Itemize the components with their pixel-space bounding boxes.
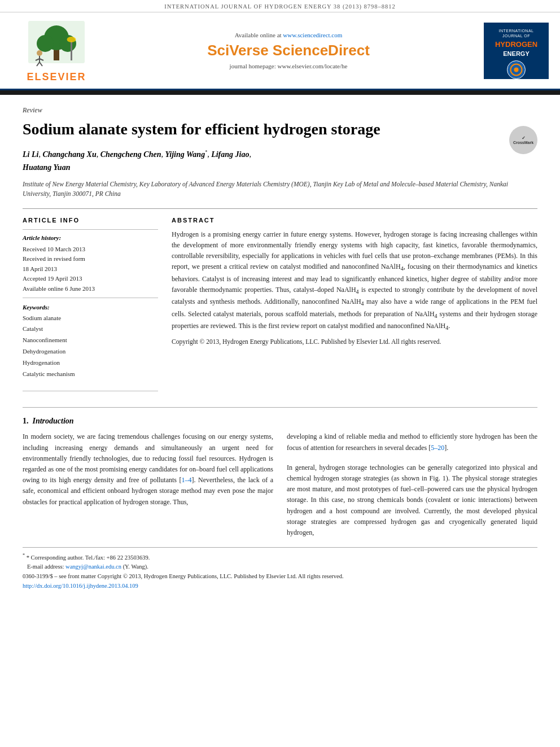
svg-rect-11 [71, 41, 72, 60]
author-lifang-jiao: Lifang Jiao [211, 150, 249, 159]
article-title: Sodium alanate system for efficient hydr… [23, 119, 537, 139]
svg-point-3 [37, 35, 54, 52]
ref-1-4-link[interactable]: 1–4 [182, 476, 192, 484]
body-divider [23, 407, 537, 408]
affiliation: Institute of New Energy Material Chemist… [23, 180, 537, 199]
info-divider [23, 229, 158, 230]
title-section: Sodium alanate system for efficient hydr… [23, 119, 537, 139]
banner-center: Available online at www.sciencedirect.co… [102, 32, 475, 69]
article-history-label: Article history: [23, 234, 158, 241]
author-huatang-yuan: Huatang Yuan [23, 163, 70, 172]
authors-list: Li Li, Changchang Xu, Chengcheng Chen, Y… [23, 148, 537, 174]
accepted-date: Accepted 19 April 2013 [23, 274, 158, 284]
intro-left-text: In modern society, we are facing tremend… [23, 431, 273, 507]
introduction-section: 1. Introduction In modern society, we ar… [23, 417, 537, 538]
email-link[interactable]: wangyj@nankai.edu.cn [65, 563, 121, 570]
svg-point-12 [67, 37, 76, 42]
intro-left-col: In modern society, we are facing tremend… [23, 431, 273, 538]
sciverse-logo: SciVerse ScienceDirect [102, 42, 475, 59]
svg-point-5 [37, 50, 42, 56]
doi-link[interactable]: http://dx.doi.org/10.1016/j.ijhydene.201… [23, 583, 138, 589]
keyword-nanoconfinement: Nanoconfinement [23, 335, 158, 346]
doi-footnote: http://dx.doi.org/10.1016/j.ijhydene.201… [23, 582, 537, 591]
journal-header: INTERNATIONAL JOURNAL OF HYDROGEN ENERGY… [0, 0, 560, 12]
author-yijing-wang: Yijing Wang [165, 150, 205, 159]
keywords-label: Keywords: [23, 304, 158, 311]
keyword-sodium-alanate: Sodium alanate [23, 313, 158, 324]
journal-homepage: journal homepage: www.elsevier.com/locat… [102, 63, 475, 69]
article-info-column: ARTICLE INFO Article history: Received 1… [23, 217, 158, 396]
introduction-title: 1. Introduction [23, 417, 537, 426]
review-label: Review [23, 106, 537, 115]
main-content: Review Sodium alanate system for efficie… [0, 95, 560, 602]
ref-5-20-link[interactable]: 5–20 [431, 444, 444, 452]
footnote-section: * * Corresponding author. Tel./fax: +86 … [23, 547, 537, 591]
article-info-header: ARTICLE INFO [23, 217, 158, 224]
keyword-catalyst: Catalyst [23, 324, 158, 335]
article-info-abstract: ARTICLE INFO Article history: Received 1… [23, 217, 537, 396]
elsevier-text: ELSEVIER [27, 71, 86, 83]
elsevier-tree-icon [23, 18, 90, 69]
email-footnote: E-mail address: wangyj@nankai.edu.cn (Y.… [23, 562, 537, 572]
received-date: Received 10 March 2013 [23, 244, 158, 255]
keyword-hydrogenation: Hydrogenation [23, 357, 158, 369]
hydrogen-energy-badge-container: INTERNATIONALJOURNAL OF HYDROGEN ENERGY [475, 23, 549, 79]
banner: ELSEVIER Available online at www.science… [0, 12, 560, 90]
intro-right-col: developing a kind of reliable media and … [287, 431, 537, 538]
intro-right-text-2: In general, hydrogen storage technologie… [287, 462, 537, 538]
abstract-text: Hydrogen is a promising energy carrier i… [172, 229, 537, 333]
received-revised-date: 18 April 2013 [23, 264, 158, 274]
crossmark-badge: ✓ CrossMark [509, 126, 537, 154]
keywords-divider [23, 298, 158, 298]
corresponding-footnote: * * Corresponding author. Tel./fax: +86 … [23, 552, 537, 562]
author-chengcheng-chen: Chengcheng Chen [100, 150, 161, 159]
sciencedirect-link[interactable]: www.sciencedirect.com [283, 32, 342, 38]
keyword-catalytic-mechanism: Catalytic mechanism [23, 369, 158, 380]
copyright-text: Copyright © 2013, Hydrogen Energy Public… [172, 337, 537, 347]
hydrogen-energy-badge: INTERNATIONALJOURNAL OF HYDROGEN ENERGY [484, 23, 549, 79]
intro-right-text: developing a kind of reliable media and … [287, 431, 537, 453]
svg-point-15 [514, 68, 519, 72]
article-divider [23, 208, 537, 209]
available-online-date: Available online 6 June 2013 [23, 284, 158, 294]
author-changchang-xu: Changchang Xu [42, 150, 96, 159]
author-li-li: Li Li [23, 150, 38, 159]
abstract-header: ABSTRACT [172, 217, 537, 224]
keyword-dehydrogenation: Dehydrogenation [23, 346, 158, 357]
section-name: Introduction [33, 417, 74, 425]
badge-icon [488, 60, 545, 82]
issn-footnote: 0360-3199/$ – see front matter Copyright… [23, 572, 537, 582]
introduction-body: In modern society, we are facing tremend… [23, 431, 537, 538]
received-revised-label: Received in revised form [23, 254, 158, 264]
svg-rect-1 [54, 49, 59, 60]
abstract-column: ABSTRACT Hydrogen is a promising energy … [172, 217, 537, 396]
bottom-divider [23, 391, 158, 391]
elsevier-logo: ELSEVIER [11, 18, 102, 83]
available-online-label: Available online at www.sciencedirect.co… [102, 32, 475, 38]
section-number: 1. [23, 417, 29, 425]
dark-separator [0, 90, 560, 95]
